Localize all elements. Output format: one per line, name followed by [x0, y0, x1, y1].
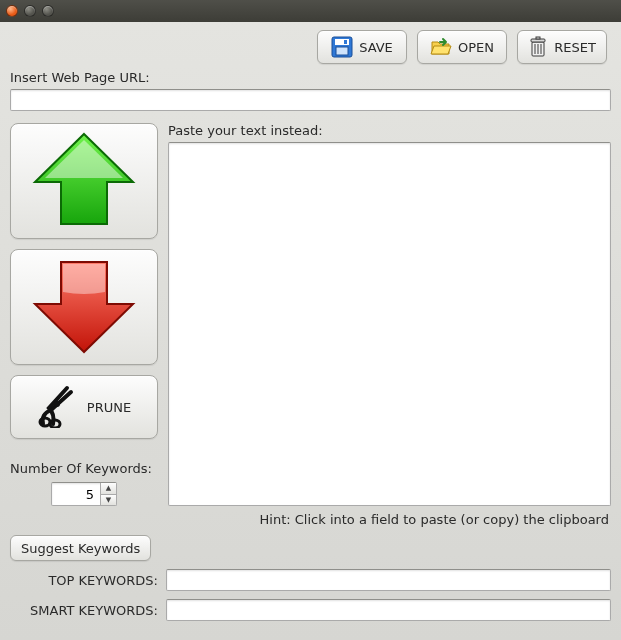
top-keywords-input[interactable]	[166, 569, 611, 591]
move-down-button[interactable]	[10, 249, 158, 365]
svg-rect-6	[536, 37, 540, 39]
window-titlebar	[0, 0, 621, 22]
prune-button[interactable]: PRUNE	[10, 375, 158, 439]
reset-button[interactable]: RESET	[517, 30, 607, 64]
smart-keywords-input[interactable]	[166, 599, 611, 621]
open-button[interactable]: OPEN	[417, 30, 507, 64]
floppy-disk-icon	[331, 36, 353, 58]
suggest-keywords-label: Suggest Keywords	[21, 541, 140, 556]
shears-icon	[37, 384, 81, 431]
svg-rect-2	[336, 47, 348, 55]
svg-point-11	[40, 418, 50, 426]
num-keywords-step-down[interactable]: ▼	[101, 495, 116, 506]
top-keywords-label: TOP KEYWORDS:	[10, 573, 160, 588]
num-keywords-step-up[interactable]: ▲	[101, 483, 116, 495]
open-button-label: OPEN	[458, 40, 494, 55]
trash-icon	[528, 36, 548, 58]
save-button-label: SAVE	[359, 40, 393, 55]
url-label: Insert Web Page URL:	[10, 70, 611, 85]
num-keywords-label: Number Of Keywords:	[10, 461, 158, 476]
svg-point-10	[54, 401, 60, 407]
client-area: SAVE OPEN	[0, 22, 621, 640]
svg-rect-3	[344, 40, 347, 44]
smart-keywords-label: SMART KEYWORDS:	[10, 603, 160, 618]
folder-open-icon	[430, 36, 452, 58]
paste-text-label: Paste your text instead:	[168, 123, 611, 138]
top-toolbar: SAVE OPEN	[10, 30, 611, 64]
move-up-button[interactable]	[10, 123, 158, 239]
window-maximize-button[interactable]	[42, 5, 54, 17]
paste-text-area[interactable]	[169, 143, 610, 505]
url-input[interactable]	[10, 89, 611, 111]
suggest-keywords-button[interactable]: Suggest Keywords	[10, 535, 151, 561]
reset-button-label: RESET	[554, 40, 596, 55]
arrow-up-icon	[29, 130, 139, 233]
num-keywords-spinner[interactable]: ▲ ▼	[51, 482, 117, 506]
save-button[interactable]: SAVE	[317, 30, 407, 64]
window-close-button[interactable]	[6, 5, 18, 17]
prune-button-label: PRUNE	[87, 400, 131, 415]
arrow-down-icon	[29, 256, 139, 359]
left-column: PRUNE Number Of Keywords: ▲ ▼	[10, 123, 158, 506]
hint-text: Hint: Click into a field to paste (or co…	[10, 512, 609, 527]
right-column: Paste your text instead:	[168, 123, 611, 506]
window-minimize-button[interactable]	[24, 5, 36, 17]
num-keywords-input[interactable]	[52, 483, 100, 505]
